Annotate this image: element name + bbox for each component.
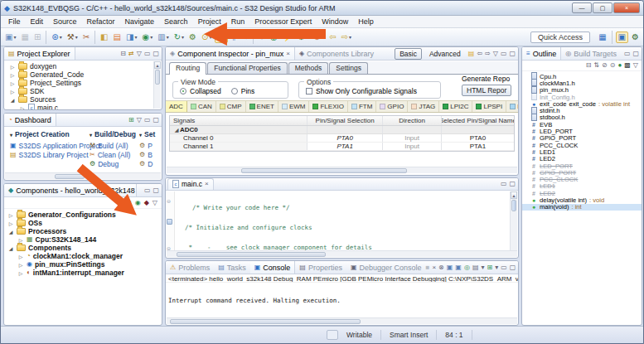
- pe-gear-button[interactable]: ⚙: [187, 32, 198, 42]
- collapse-all-icon[interactable]: ⊟: [120, 51, 126, 57]
- tab-console[interactable]: ▣Console: [250, 261, 296, 274]
- inspector-tab-settings[interactable]: Settings: [329, 62, 368, 74]
- tab-component-inspector[interactable]: ◈ Component Inspector - pin_mux ×: [166, 47, 295, 60]
- menu-help[interactable]: Help: [354, 17, 378, 27]
- tree-item-intman1[interactable]: ▷◐intMan1:interrupt_manager: [7, 269, 162, 277]
- peripheral-tab-gpio[interactable]: GPIO: [376, 101, 408, 112]
- build-button[interactable]: ⚒▾: [65, 32, 80, 42]
- explorer-scrollbar[interactable]: ▲: [153, 61, 161, 109]
- inspector-tab-routing[interactable]: Routing: [169, 62, 206, 75]
- minimize-view-icon[interactable]: ▭: [501, 264, 507, 271]
- editor-v-scrollbar[interactable]: ▲: [510, 191, 517, 250]
- open-folder-icon[interactable]: ⊞: [128, 117, 134, 124]
- tab-outline[interactable]: ≡ Outline: [522, 47, 561, 60]
- expander-icon[interactable]: ▷: [7, 212, 14, 218]
- expander-icon[interactable]: ◢: [7, 245, 14, 251]
- tab-build-targets[interactable]: ◎ Build Targets: [561, 47, 621, 60]
- dashboard-link-build-all[interactable]: ⚒Build (All): [90, 141, 136, 150]
- new-package-button[interactable]: ◨▾: [124, 32, 138, 42]
- expander-icon[interactable]: ▷: [19, 105, 26, 111]
- maximize-view-icon[interactable]: ▢: [632, 51, 639, 57]
- dashboard-section-build-debug[interactable]: ▾Build/Debug: [90, 130, 136, 138]
- basic-button[interactable]: Basic: [395, 48, 422, 60]
- dashboard-section-settings[interactable]: ▾Set: [139, 130, 162, 138]
- pin-console-icon[interactable]: ◎: [464, 264, 470, 271]
- expander-icon[interactable]: ▷: [17, 262, 24, 268]
- scroll-thumb[interactable]: [170, 319, 361, 324]
- peripheral-tab-adc[interactable]: ADC: [166, 101, 187, 112]
- back-button[interactable]: ⇦: [327, 32, 337, 42]
- tree-item-oss[interactable]: ▷OSs: [7, 219, 162, 227]
- hide-non-public-icon[interactable]: ●: [617, 62, 622, 69]
- pins-radio-label[interactable]: Pins: [241, 87, 255, 95]
- section-collapse-icon[interactable]: ▾: [10, 132, 12, 138]
- tab-components-library[interactable]: ◈ Components Library: [295, 47, 378, 60]
- peripheral-tab-lpi2c[interactable]: LPI2C: [439, 101, 472, 112]
- dropdown-arrow-icon[interactable]: ▾: [167, 34, 169, 40]
- peripheral-tab-can[interactable]: CAN: [187, 101, 216, 112]
- dropdown-arrow-icon[interactable]: ▾: [182, 34, 184, 40]
- dashboard-link-library-project[interactable]: ▤S32DS Library Project: [10, 150, 86, 159]
- save-all-button[interactable]: ⊞: [32, 32, 42, 42]
- back-icon[interactable]: ⇦: [477, 51, 482, 57]
- expander-icon[interactable]: ▷: [7, 220, 14, 226]
- display-selected-console-icon[interactable]: ▤: [472, 264, 479, 271]
- generate-processor-expert-code-icon[interactable]: ◆: [144, 200, 149, 206]
- pins-radio[interactable]: [231, 88, 238, 94]
- column-header-direction[interactable]: Direction: [383, 116, 442, 125]
- hide-fields-icon[interactable]: ⊘: [602, 62, 608, 69]
- maximize-view-icon[interactable]: ▢: [153, 51, 159, 57]
- editor-h-scrollbar[interactable]: [167, 250, 517, 257]
- code-generation-icon[interactable]: ◉: [135, 200, 141, 206]
- view-menu-icon[interactable]: ▽: [493, 51, 498, 57]
- new-folder-button[interactable]: ◧: [99, 32, 109, 42]
- outline-item-function-main[interactable]: ●main(void) : int: [522, 204, 642, 211]
- console-h-scrollbar[interactable]: [167, 317, 517, 324]
- code-area[interactable]: /* Write your code here */ /* Initialize…: [166, 191, 510, 250]
- tree-item-pin-mux[interactable]: ▷◉pin_mux:PinSettings: [7, 260, 162, 269]
- save-button[interactable]: ▦: [19, 32, 30, 42]
- sort-icon[interactable]: ⇅: [593, 62, 599, 69]
- new-c-file-button[interactable]: ▥▾: [156, 32, 170, 42]
- table-row-channel-1[interactable]: Channel 1 PTA1 Input PTA1: [170, 143, 514, 151]
- scroll-lock-icon[interactable]: ▣: [447, 264, 453, 271]
- scroll-thumb[interactable]: [177, 252, 326, 257]
- link-with-editor-icon[interactable]: ⇄: [128, 51, 134, 57]
- dropdown-arrow-icon[interactable]: ▾: [75, 34, 78, 40]
- expander-icon[interactable]: ◢: [173, 127, 180, 133]
- remove-all-launches-icon[interactable]: ⊗: [438, 264, 444, 271]
- tab-debugger-console[interactable]: ▣Debugger Console: [346, 261, 426, 274]
- maximize-view-icon[interactable]: ▢: [153, 187, 159, 194]
- pin-report-icon[interactable]: ▤: [468, 51, 475, 57]
- menu-navigate[interactable]: Navigate: [121, 17, 159, 27]
- scroll-thumb[interactable]: [241, 168, 407, 173]
- minimize-view-icon[interactable]: ▭: [501, 51, 507, 57]
- minimize-view-icon[interactable]: ▭: [144, 117, 151, 124]
- tree-item-doxygen[interactable]: ▷doxygen: [9, 62, 162, 70]
- menu-refactor[interactable]: Refactor: [83, 17, 119, 27]
- tree-item-processors[interactable]: ◢Processors: [7, 227, 162, 235]
- minimize-view-icon[interactable]: ▭: [144, 51, 151, 57]
- peripheral-tab-ewm[interactable]: EWM: [278, 101, 310, 112]
- close-tab-icon[interactable]: ×: [205, 181, 209, 187]
- tree-item-sdk[interactable]: ▷SDK: [9, 87, 162, 95]
- custom-filters-icon[interactable]: ▩: [624, 62, 631, 69]
- dropdown-arrow-icon[interactable]: ▾: [150, 34, 153, 40]
- maximize-view-icon[interactable]: ▢: [510, 264, 516, 271]
- tab-properties[interactable]: ▤Properties: [295, 261, 346, 274]
- advanced-button[interactable]: Advanced: [424, 48, 466, 60]
- dropdown-arrow-icon[interactable]: ▾: [60, 34, 62, 40]
- view-menu-icon[interactable]: ▽: [137, 117, 142, 124]
- update-code-button[interactable]: ↻▾: [172, 32, 186, 42]
- window-minimize-button[interactable]: —: [572, 2, 592, 13]
- table-row-channel-0[interactable]: Channel 0 PTA0 Input PTA0: [170, 134, 514, 143]
- debug-perspective-button[interactable]: ⚙: [630, 32, 641, 42]
- tree-item-clockman1[interactable]: ▷◔clockMan1:clock_manager: [7, 252, 162, 260]
- pin-selection-cell[interactable]: PTA0: [307, 134, 383, 142]
- dropdown-arrow-icon[interactable]: ▾: [481, 264, 484, 271]
- column-header-pin-signal-selection[interactable]: Pin/Signal Selection: [307, 116, 383, 125]
- expander-icon[interactable]: ▷: [17, 237, 24, 243]
- tree-item-main-c[interactable]: ▷cmain.c: [9, 104, 162, 110]
- remove-launch-icon[interactable]: ×: [432, 264, 436, 271]
- scroll-up-icon[interactable]: ▲: [511, 191, 517, 199]
